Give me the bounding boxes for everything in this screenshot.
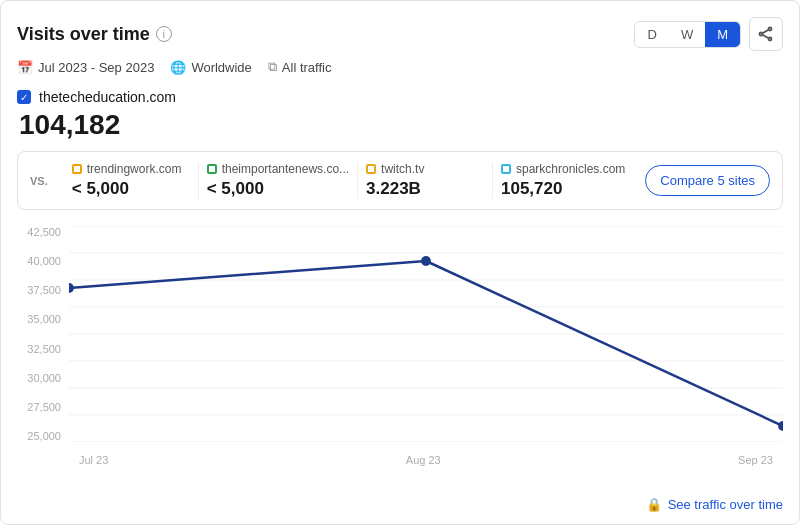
vs-site-4-header: sparkchronicles.com [501,162,625,176]
y-label-3: 35,000 [17,313,69,325]
y-label-6: 27,500 [17,401,69,413]
main-site-row: thetecheducation.com [17,89,783,105]
lock-icon: 🔒 [646,497,662,512]
y-label-4: 32,500 [17,343,69,355]
vs-card: VS. trendingwork.com < 5,000 theimportan… [17,151,783,210]
traffic-icon: ⧉ [268,59,277,75]
vs-site-3-header: twitch.tv [366,162,484,176]
svg-point-0 [769,28,772,31]
vs-site-2-value: < 5,000 [207,179,349,199]
region-filter[interactable]: 🌐 Worldwide [170,60,251,75]
vs-site-1-dot [72,164,82,174]
vs-site-2-dot [207,164,217,174]
svg-point-2 [769,38,772,41]
calendar-icon: 📅 [17,60,33,75]
date-range-label: Jul 2023 - Sep 2023 [38,60,154,75]
y-label-2: 37,500 [17,284,69,296]
dot-jul [69,283,74,293]
footer-bar[interactable]: 🔒 See traffic over time [646,497,783,512]
vs-site-4-dot [501,164,511,174]
period-buttons: D W M [634,21,741,48]
vs-site-4-value: 105,720 [501,179,625,199]
info-icon[interactable]: i [156,26,172,42]
y-label-5: 30,000 [17,372,69,384]
share-button[interactable] [749,17,783,51]
main-line [69,261,783,426]
traffic-label: All traffic [282,60,332,75]
globe-icon: 🌐 [170,60,186,75]
vs-site-3: twitch.tv 3.223B [358,162,493,199]
vs-site-2-header: theimportantenews.co... [207,162,349,176]
line-chart [69,226,783,442]
page-title: Visits over time [17,24,150,45]
period-day-button[interactable]: D [635,22,668,47]
svg-point-1 [760,33,763,36]
svg-line-4 [762,35,768,38]
y-label-0: 42,500 [17,226,69,238]
dot-aug [421,256,431,266]
traffic-filter[interactable]: ⧉ All traffic [268,59,332,75]
vs-label: VS. [30,175,48,187]
vs-site-2: theimportantenews.co... < 5,000 [199,162,358,199]
x-label-2: Sep 23 [738,454,773,466]
main-site-checkbox[interactable] [17,90,31,104]
x-label-0: Jul 23 [79,454,108,466]
vs-site-1-name: trendingwork.com [87,162,182,176]
controls: D W M [634,17,783,51]
see-traffic-label: See traffic over time [668,497,783,512]
vs-site-2-name: theimportantenews.co... [222,162,349,176]
vs-site-3-dot [366,164,376,174]
region-label: Worldwide [191,60,251,75]
x-labels: Jul 23 Aug 23 Sep 23 [69,442,783,466]
vs-site-3-value: 3.223B [366,179,484,199]
dot-sep [778,421,783,431]
vs-site-1-value: < 5,000 [72,179,190,199]
main-site-value: 104,182 [19,109,783,141]
svg-line-3 [762,30,768,33]
header-row: Visits over time i D W M [17,17,783,51]
y-label-1: 40,000 [17,255,69,267]
title-section: Visits over time i [17,24,172,45]
x-label-1: Aug 23 [406,454,441,466]
date-filter[interactable]: 📅 Jul 2023 - Sep 2023 [17,60,154,75]
vs-site-4: sparkchronicles.com 105,720 [493,162,633,199]
filters-row: 📅 Jul 2023 - Sep 2023 🌐 Worldwide ⧉ All … [17,59,783,75]
chart-area: 42,500 40,000 37,500 35,000 32,500 30,00… [17,226,783,466]
vs-site-1-header: trendingwork.com [72,162,190,176]
vs-site-4-name: sparkchronicles.com [516,162,625,176]
y-axis: 42,500 40,000 37,500 35,000 32,500 30,00… [17,226,69,442]
main-site-name: thetecheducation.com [39,89,176,105]
y-label-7: 25,000 [17,430,69,442]
site-cols: trendingwork.com < 5,000 theimportantene… [64,162,634,199]
period-week-button[interactable]: W [669,22,705,47]
period-month-button[interactable]: M [705,22,740,47]
vs-site-1: trendingwork.com < 5,000 [64,162,199,199]
vs-site-3-name: twitch.tv [381,162,424,176]
compare-button[interactable]: Compare 5 sites [645,165,770,196]
main-container: Visits over time i D W M 📅 [0,0,800,525]
